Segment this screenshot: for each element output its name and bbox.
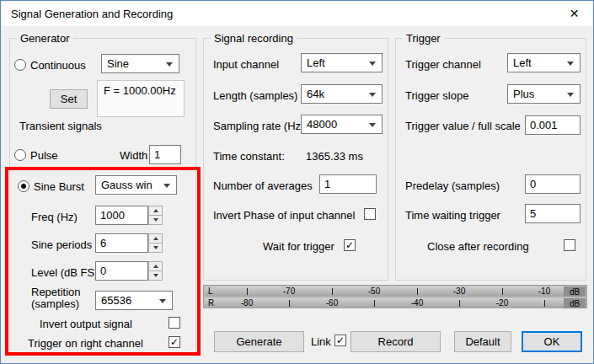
sampling-rate-select[interactable]: 48000 [301,115,383,134]
ok-button[interactable]: OK [522,331,582,352]
meter-tick [459,300,460,307]
sine-periods-input[interactable] [95,233,148,253]
close-after-recording-checkbox[interactable] [564,239,575,251]
invert-phase-label: Invert Phase of input channel [213,209,355,222]
spin-down-button[interactable] [148,244,163,253]
spin-down-button[interactable] [148,216,163,225]
level-meter: L -70 -50 -30 -10 dB R -80 -60 -40 -20 d… [203,285,587,308]
set-button[interactable]: Set [50,89,88,109]
spin-up-button[interactable] [148,261,163,271]
wait-trigger-label: Wait for trigger [263,240,334,253]
link-label: Link [311,335,331,348]
trigger-channel-label: Trigger channel [405,58,481,71]
continuous-waveform-select[interactable]: Sine [101,54,179,73]
repetition-value: 65536 [101,294,131,307]
record-button[interactable]: Record [351,331,441,352]
averages-input[interactable] [319,174,377,194]
sampling-rate-value: 48000 [307,118,337,131]
chevron-down-icon [567,93,574,97]
pulse-width-input[interactable] [149,145,181,164]
meter-row-left: L -70 -50 -30 -10 dB [205,286,586,297]
sine-burst-radio[interactable] [18,180,29,192]
sine-periods-spinner [148,233,163,253]
time-constant-value: 1365.33 ms [306,150,363,163]
arrow-down-icon [153,246,158,249]
title-bar: Signal Generation and Recording ✕ [1,1,593,26]
meter-tick [289,300,290,307]
meter-unit-label: dB [564,298,586,308]
pulse-label: Pulse [30,149,58,162]
arrow-up-icon [153,209,158,212]
default-button[interactable]: Default [454,331,511,352]
chevron-down-icon [369,123,376,127]
input-channel-value: Left [307,56,325,69]
chevron-down-icon [166,62,173,67]
close-after-recording-label: Close after recording [427,240,529,253]
burst-freq-input[interactable] [95,206,148,225]
link-checkbox[interactable]: ✓ [334,335,346,346]
meter-tick [417,288,418,295]
trigger-slope-select[interactable]: Plus [507,84,581,104]
meter-tick-label: -50 [368,286,380,297]
signal-generation-dialog: Signal Generation and Recording ✕ Genera… [0,0,594,364]
continuous-label: Continuous [30,59,86,72]
meter-tick [332,288,333,295]
transient-signals-heading: Transient signals [19,120,102,132]
checkmark-icon: ✓ [335,335,345,345]
signal-recording-group-title: Signal recording [211,32,297,45]
burst-window-select[interactable]: Gauss win [95,175,177,195]
close-icon: ✕ [570,7,580,20]
chevron-down-icon [567,62,574,66]
meter-tick-label: -80 [241,298,253,308]
generate-button[interactable]: Generate [214,331,304,352]
invert-output-checkbox[interactable] [169,317,180,329]
predelay-label: Predelay (samples) [405,179,500,192]
meter-tick-label: -10 [538,286,550,297]
trigger-group-title: Trigger [403,32,444,45]
chevron-down-icon [163,184,170,188]
predelay-input[interactable] [525,174,581,194]
continuous-radio[interactable] [14,59,26,71]
trigger-value-input[interactable] [525,115,581,135]
meter-unit-label: dB [564,286,586,297]
close-button[interactable]: ✕ [555,1,593,26]
input-channel-select[interactable]: Left [301,53,383,72]
frequency-readout-text: F = 1000.00Hz [104,84,176,97]
trigger-right-channel-checkbox[interactable]: ✓ [169,336,180,348]
level-spinner [148,261,163,281]
meter-left-label: L [208,286,213,297]
meter-row-right: R -80 -60 -40 -20 dB [205,298,586,308]
repetition-select[interactable]: 65536 [95,291,173,310]
time-waiting-input[interactable] [525,204,581,223]
trigger-channel-select[interactable]: Left [507,53,581,72]
trigger-slope-label: Trigger slope [405,89,468,102]
window-title: Signal Generation and Recording [11,8,173,20]
spin-up-button[interactable] [148,233,163,244]
continuous-waveform-value: Sine [107,57,129,70]
spin-up-button[interactable] [148,206,163,216]
spin-down-button[interactable] [148,271,163,281]
chevron-down-icon [369,93,376,97]
generator-group-title: Generator [17,32,73,45]
burst-freq-label: Freq (Hz) [31,211,78,223]
length-value: 64k [307,88,324,100]
meter-tick [502,288,503,295]
pulse-radio[interactable] [14,149,26,161]
meter-tick [544,300,545,307]
checkmark-icon: ✓ [345,240,355,250]
chevron-down-icon [369,62,376,66]
averages-label: Number of averages [213,179,313,192]
length-select[interactable]: 64k [301,84,383,104]
meter-tick-label: -60 [326,298,338,308]
checkmark-icon: ✓ [169,337,179,347]
arrow-up-icon [153,237,158,240]
pulse-width-label: Width [120,149,147,162]
burst-freq-spinner [148,206,163,225]
time-constant-label: Time constant: [213,150,285,163]
invert-phase-checkbox[interactable] [364,208,376,220]
level-input[interactable] [95,261,148,281]
wait-trigger-checkbox[interactable]: ✓ [344,239,356,251]
level-label: Level (dB FS) [31,266,98,279]
meter-right-label: R [208,298,214,308]
repetition-label-line1: Repetition [31,286,81,298]
